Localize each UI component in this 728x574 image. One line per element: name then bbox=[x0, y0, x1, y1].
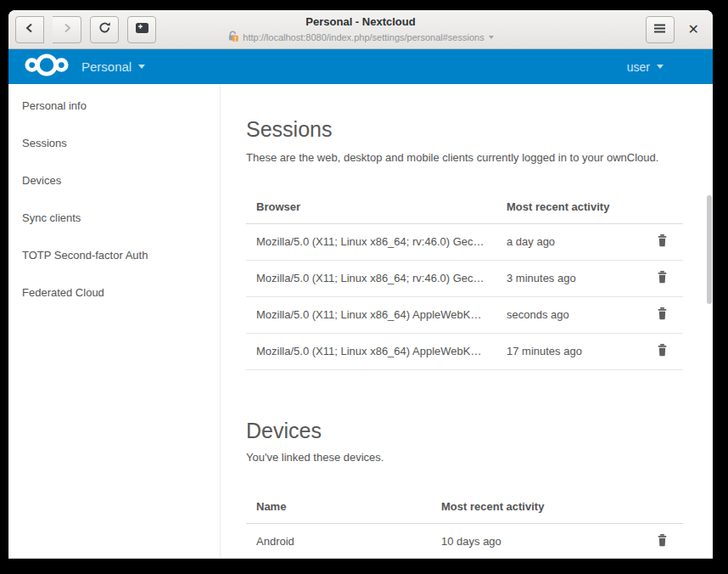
devices-col-activity: Most recent activity bbox=[431, 491, 614, 524]
sidebar-item-devices[interactable]: Devices bbox=[8, 162, 220, 200]
nextcloud-logo-icon[interactable] bbox=[24, 53, 70, 80]
sessions-table: Browser Most recent activity Mozilla/5.0… bbox=[246, 191, 683, 370]
sidebar-item-federated-cloud[interactable]: Federated Cloud bbox=[8, 274, 220, 312]
devices-col-name: Name bbox=[246, 491, 431, 524]
menu-button[interactable] bbox=[646, 16, 675, 43]
device-name: Android bbox=[246, 524, 431, 560]
reload-icon bbox=[98, 20, 112, 38]
session-activity: a day ago bbox=[496, 224, 614, 261]
app-menu[interactable]: Personal bbox=[81, 59, 145, 74]
sessions-header-row: Browser Most recent activity bbox=[246, 191, 683, 224]
device-activity: 10 days ago bbox=[431, 524, 614, 560]
trash-icon bbox=[656, 237, 669, 250]
forward-icon bbox=[60, 21, 74, 38]
back-button[interactable] bbox=[15, 16, 44, 43]
app-menu-label: Personal bbox=[81, 59, 132, 74]
trash-icon bbox=[656, 346, 669, 359]
trash-icon bbox=[656, 273, 669, 286]
hamburger-icon bbox=[653, 22, 666, 37]
chevron-down-icon bbox=[138, 65, 145, 69]
sidebar-item-sync-clients[interactable]: Sync clients bbox=[8, 200, 220, 237]
sidebar-item-personal-info[interactable]: Personal info bbox=[8, 87, 220, 125]
table-row: Mozilla/5.0 (X11; Linux x86_64; rv:46.0)… bbox=[246, 261, 683, 297]
browser-window: Personal - Nextcloud ! http://localhost:… bbox=[8, 10, 713, 559]
sessions-col-activity: Most recent activity bbox=[496, 191, 614, 224]
sessions-col-actions bbox=[614, 191, 683, 224]
session-activity: 17 minutes ago bbox=[496, 334, 614, 370]
trash-icon bbox=[656, 310, 669, 323]
session-browser: Mozilla/5.0 (X11; Linux x86_64; rv:46.0)… bbox=[246, 224, 496, 261]
session-browser: Mozilla/5.0 (X11; Linux x86_64) AppleWeb… bbox=[246, 334, 496, 370]
delete-session-button[interactable] bbox=[656, 270, 669, 284]
titlebar-right: ✕ bbox=[646, 16, 706, 43]
trash-icon bbox=[656, 537, 669, 549]
delete-session-button[interactable] bbox=[656, 234, 669, 247]
user-menu[interactable]: user bbox=[627, 60, 697, 74]
delete-session-button[interactable] bbox=[656, 307, 669, 320]
sidebar-item-totp[interactable]: TOTP Second-factor Auth bbox=[8, 237, 220, 274]
sessions-description: These are the web, desktop and mobile cl… bbox=[246, 150, 713, 166]
table-row: Android 10 days ago bbox=[246, 524, 683, 560]
url-text: http://localhost:8080/index.php/settings… bbox=[243, 31, 484, 43]
session-activity: seconds ago bbox=[496, 297, 614, 334]
back-icon bbox=[23, 21, 36, 38]
devices-title: Devices bbox=[246, 416, 713, 445]
settings-content: Sessions These are the web, desktop and … bbox=[221, 84, 713, 559]
table-row: Mozilla/5.0 (X11; Linux x86_64; rv:46.0)… bbox=[246, 224, 683, 261]
lock-warning-icon: ! bbox=[227, 31, 238, 44]
session-activity: 3 minutes ago bbox=[496, 261, 614, 297]
settings-sidebar: Personal info Sessions Devices Sync clie… bbox=[8, 84, 221, 559]
user-menu-label: user bbox=[627, 60, 650, 74]
chevron-down-icon bbox=[657, 65, 664, 69]
sidebar-item-sessions[interactable]: Sessions bbox=[8, 125, 220, 162]
table-row: Mozilla/5.0 (X11; Linux x86_64) AppleWeb… bbox=[246, 334, 683, 370]
new-tab-icon bbox=[135, 21, 149, 37]
reload-button[interactable] bbox=[90, 16, 119, 43]
devices-col-actions bbox=[614, 491, 683, 524]
close-button[interactable]: ✕ bbox=[688, 16, 699, 43]
url-bar[interactable]: ! http://localhost:8080/index.php/settin… bbox=[157, 31, 564, 44]
session-browser: Mozilla/5.0 (X11; Linux x86_64) AppleWeb… bbox=[246, 297, 496, 334]
sessions-col-browser: Browser bbox=[246, 191, 496, 224]
window-title: Personal - Nextcloud bbox=[157, 14, 564, 29]
devices-header-row: Name Most recent activity bbox=[246, 491, 683, 524]
titlebox: Personal - Nextcloud ! http://localhost:… bbox=[157, 14, 564, 44]
browser-titlebar: Personal - Nextcloud ! http://localhost:… bbox=[8, 10, 713, 49]
devices-table: Name Most recent activity Android 10 day… bbox=[246, 491, 683, 559]
scrollbar-thumb[interactable] bbox=[707, 195, 712, 304]
table-row: Mozilla/5.0 (X11; Linux x86_64) AppleWeb… bbox=[246, 297, 683, 334]
forward-button[interactable] bbox=[53, 16, 81, 43]
delete-device-button[interactable] bbox=[656, 533, 669, 547]
session-browser: Mozilla/5.0 (X11; Linux x86_64; rv:46.0)… bbox=[246, 261, 496, 297]
nav-button-group bbox=[15, 16, 81, 43]
new-tab-button[interactable] bbox=[127, 16, 156, 43]
sessions-title: Sessions bbox=[246, 115, 713, 144]
svg-text:!: ! bbox=[234, 36, 236, 42]
delete-session-button[interactable] bbox=[656, 343, 669, 357]
nextcloud-header: Personal user bbox=[8, 49, 713, 84]
devices-description: You've linked these devices. bbox=[246, 450, 713, 465]
settings-page: Personal info Sessions Devices Sync clie… bbox=[8, 84, 713, 559]
url-dropdown-icon[interactable] bbox=[489, 36, 494, 39]
